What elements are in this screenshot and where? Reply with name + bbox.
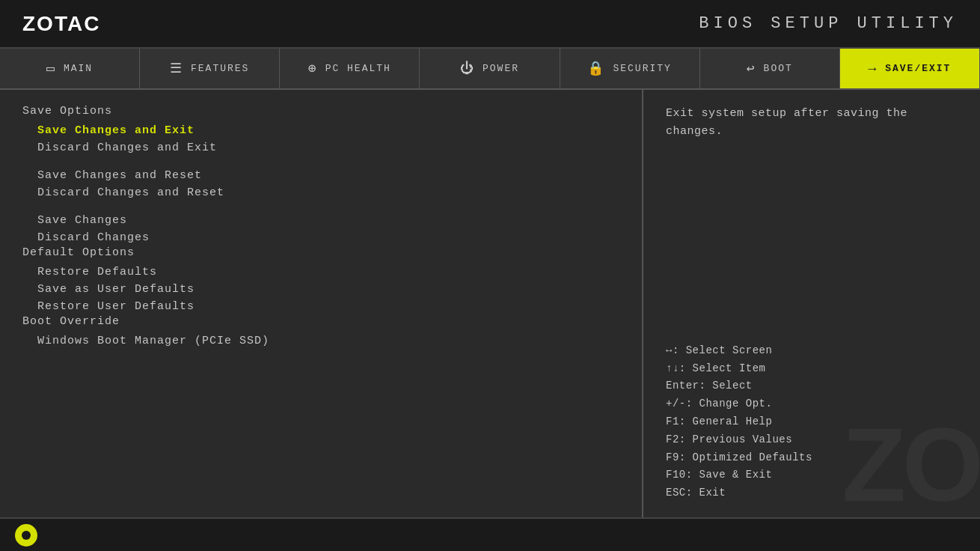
help-key-line-2: Enter: Select xyxy=(666,377,812,395)
watermark: ZO xyxy=(842,413,980,517)
section-label-4: Boot Override xyxy=(22,315,619,328)
section-label-3: Default Options xyxy=(22,246,619,259)
menu-spacer-2 xyxy=(22,201,619,212)
help-key-line-3: +/-: Change Opt. xyxy=(666,395,812,413)
nav-tab-pc_health[interactable]: ⊕PC HEALTH xyxy=(280,49,420,88)
section-label-0: Save Options xyxy=(22,105,619,118)
nav-tab-save_exit[interactable]: →SAVE/EXIT xyxy=(840,49,980,88)
nav-tab-boot[interactable]: ↩BOOT xyxy=(700,49,840,88)
help-key-line-6: F9: Optimized Defaults xyxy=(666,449,812,467)
zotac-footer-icon xyxy=(15,524,37,547)
tab-label-pc_health: PC HEALTH xyxy=(325,63,391,74)
menu-item-restore_user_defaults[interactable]: Restore User Defaults xyxy=(22,298,619,315)
tab-label-save_exit: SAVE/EXIT xyxy=(885,63,951,74)
nav-tabs: ▭MAIN☰FEATURES⊕PC HEALTH⏻POWER🔒SECURITY↩… xyxy=(0,49,980,90)
nav-tab-features[interactable]: ☰FEATURES xyxy=(140,49,280,88)
zotac-logo: ZOTAC xyxy=(22,12,100,36)
help-key-line-5: F2: Previous Values xyxy=(666,431,812,449)
tab-label-power: POWER xyxy=(483,63,519,74)
menu-item-save_changes[interactable]: Save Changes xyxy=(22,212,619,229)
content-area: Save OptionsSave Changes and ExitDiscard… xyxy=(0,90,980,517)
menu-item-windows_boot[interactable]: Windows Boot Manager (PCIe SSD) xyxy=(22,332,619,350)
menu-item-discard_changes[interactable]: Discard Changes xyxy=(22,229,619,246)
help-key-line-4: F1: General Help xyxy=(666,413,812,431)
description-text: Exit system setup after saving the chang… xyxy=(666,105,958,141)
menu-spacer-1 xyxy=(22,156,619,167)
bios-title: BIOS SETUP UTILITY xyxy=(699,14,958,33)
tab-icon-pc_health: ⊕ xyxy=(308,62,318,76)
menu-item-restore_defaults[interactable]: Restore Defaults xyxy=(22,264,619,281)
tab-icon-security: 🔒 xyxy=(587,62,605,76)
tab-label-security: SECURITY xyxy=(613,63,671,74)
tab-icon-features: ☰ xyxy=(170,62,183,76)
tab-label-boot: BOOT xyxy=(764,63,793,74)
help-key-line-7: F10: Save & Exit xyxy=(666,466,812,484)
tab-icon-save_exit: → xyxy=(868,62,878,76)
left-panel: Save OptionsSave Changes and ExitDiscard… xyxy=(0,90,643,517)
nav-tab-power[interactable]: ⏻POWER xyxy=(420,49,560,88)
menu-item-discard_changes_reset[interactable]: Discard Changes and Reset xyxy=(22,184,619,201)
menu-item-save_changes_reset[interactable]: Save Changes and Reset xyxy=(22,167,619,184)
nav-tab-main[interactable]: ▭MAIN xyxy=(0,49,140,88)
help-keys: ↔: Select Screen↑↓: Select ItemEnter: Se… xyxy=(666,342,812,502)
header: ZOTAC BIOS SETUP UTILITY xyxy=(0,0,980,49)
menu-item-discard_changes_exit[interactable]: Discard Changes and Exit xyxy=(22,139,619,156)
help-key-line-1: ↑↓: Select Item xyxy=(666,360,812,378)
menu-item-save_changes_exit[interactable]: Save Changes and Exit xyxy=(22,122,619,139)
tab-label-features: FEATURES xyxy=(191,63,249,74)
tab-icon-boot: ↩ xyxy=(747,62,756,76)
help-key-line-8: ESC: Exit xyxy=(666,484,812,502)
tab-icon-power: ⏻ xyxy=(460,62,475,76)
right-panel: Exit system setup after saving the chang… xyxy=(643,90,980,517)
nav-tab-security[interactable]: 🔒SECURITY xyxy=(560,49,700,88)
menu-item-save_user_defaults[interactable]: Save as User Defaults xyxy=(22,281,619,298)
tab-icon-main: ▭ xyxy=(46,62,56,76)
tab-label-main: MAIN xyxy=(64,63,93,74)
footer xyxy=(0,517,980,551)
help-key-line-0: ↔: Select Screen xyxy=(666,342,812,360)
